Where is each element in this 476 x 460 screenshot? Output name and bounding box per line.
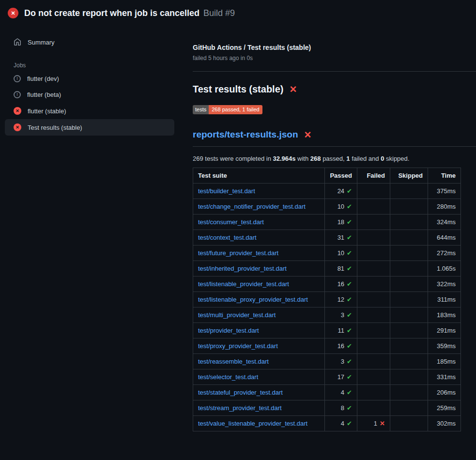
suite-link[interactable]: test/provider_test.dart	[198, 327, 259, 334]
suite-link[interactable]: test/listenable_proxy_provider_test.dart	[198, 296, 308, 303]
passed-count: 11	[338, 327, 345, 334]
skipped-cell	[390, 323, 428, 338]
suite-link[interactable]: test/stateful_provider_test.dart	[198, 389, 283, 396]
suite-link[interactable]: test/reassemble_test.dart	[198, 358, 269, 365]
passed-count: 4	[341, 389, 344, 396]
skipped-cell	[390, 261, 428, 276]
skipped-cell	[390, 338, 428, 354]
suite-cell: test/multi_provider_test.dart	[193, 307, 325, 323]
suite-cell: test/future_provider_test.dart	[193, 245, 325, 261]
table-row: test/stateful_provider_test.dart4✔206ms	[193, 385, 461, 400]
suite-link[interactable]: test/listenable_provider_test.dart	[198, 280, 289, 288]
pass-check-icon: ✔	[347, 265, 352, 272]
home-icon	[14, 38, 21, 46]
table-row: test/inherited_provider_test.dart81✔1.06…	[193, 261, 461, 276]
time-cell: 206ms	[428, 385, 461, 400]
pass-check-icon: ✔	[347, 249, 352, 257]
neutral-status-icon: !	[14, 91, 21, 98]
skipped-cell	[390, 385, 428, 400]
sidebar-summary-label: Summary	[28, 39, 55, 46]
passed-cell: 10✔	[325, 245, 357, 261]
skipped-cell	[390, 230, 428, 245]
passed-cell: 8✔	[325, 400, 357, 416]
sidebar-item-flutter-beta[interactable]: ! flutter (beta)	[5, 87, 174, 103]
suite-cell: test/consumer_test.dart	[193, 215, 325, 230]
suite-link[interactable]: test/future_provider_test.dart	[198, 249, 278, 257]
pass-check-icon: ✔	[347, 358, 352, 365]
tests-badge: tests 268 passed, 1 failed	[193, 105, 262, 114]
report-title-link[interactable]: reports/test-results.json ✕	[193, 129, 476, 140]
suite-cell: test/stream_provider_test.dart	[193, 400, 325, 416]
suite-link[interactable]: test/value_listenable_provider_test.dart	[198, 420, 307, 427]
summary-duration: 32.964s	[273, 155, 295, 162]
sidebar-item-test-results-stable[interactable]: ✕ Test results (stable)	[5, 119, 174, 136]
table-row: test/listenable_provider_test.dart16✔322…	[193, 276, 461, 292]
pass-check-icon: ✔	[347, 296, 352, 303]
passed-cell: 12✔	[325, 292, 357, 307]
table-row: test/value_listenable_provider_test.dart…	[193, 416, 461, 431]
passed-cell: 18✔	[325, 215, 357, 230]
table-header-row: Test suite Passed Failed Skipped Time	[193, 168, 461, 184]
sidebar-item-flutter-stable[interactable]: ✕ flutter (stable)	[5, 103, 174, 119]
failed-status-icon: ✕	[14, 123, 21, 131]
failed-cell	[357, 400, 390, 416]
table-row: test/multi_provider_test.dart3✔183ms	[193, 307, 461, 323]
pass-check-icon: ✔	[347, 311, 352, 319]
suite-link[interactable]: test/inherited_provider_test.dart	[198, 265, 287, 272]
summary-failed-count: 1	[346, 155, 350, 162]
failed-cell	[357, 245, 390, 261]
passed-cell: 16✔	[325, 276, 357, 292]
summary-passed-count: 268	[310, 155, 321, 162]
sidebar-item-flutter-dev[interactable]: ! flutter (dev)	[5, 71, 174, 87]
header-divider	[193, 71, 476, 72]
skipped-cell	[390, 307, 428, 323]
breadcrumb: GitHub Actions / Test results (stable)	[193, 44, 476, 51]
suite-link[interactable]: test/builder_test.dart	[198, 187, 255, 195]
time-cell: 1.065s	[428, 261, 461, 276]
skipped-cell	[390, 354, 428, 369]
pass-check-icon: ✔	[347, 280, 352, 288]
section-title-text: Test results (stable)	[193, 84, 283, 95]
time-cell: 359ms	[428, 338, 461, 354]
time-cell: 644ms	[428, 230, 461, 245]
passed-count: 16	[338, 280, 344, 288]
suite-cell: test/selector_test.dart	[193, 369, 325, 385]
suite-cell: test/value_listenable_provider_test.dart	[193, 416, 325, 431]
suite-link[interactable]: test/proxy_provider_test.dart	[198, 342, 278, 350]
suite-cell: test/listenable_provider_test.dart	[193, 276, 325, 292]
suite-link[interactable]: test/stream_provider_test.dart	[198, 404, 282, 412]
summary-part: skipped.	[384, 155, 409, 162]
failed-cell	[357, 215, 390, 230]
sidebar-item-summary[interactable]: Summary	[5, 34, 174, 50]
failed-cell	[357, 292, 390, 307]
summary-part: 269 tests were completed in	[193, 155, 273, 162]
skipped-cell	[390, 276, 428, 292]
suite-link[interactable]: test/selector_test.dart	[198, 373, 258, 381]
fail-x-icon: ✕	[380, 420, 385, 427]
suite-link[interactable]: test/consumer_test.dart	[198, 218, 264, 226]
suite-link[interactable]: test/multi_provider_test.dart	[198, 311, 276, 319]
run-title: Do not create report when job is cancell…	[24, 8, 200, 18]
suite-link[interactable]: test/change_notifier_provider_test.dart	[198, 203, 306, 210]
passed-count: 24	[338, 187, 344, 195]
failed-cell	[357, 385, 390, 400]
job-label: Test results (stable)	[28, 124, 82, 131]
time-cell: 311ms	[428, 292, 461, 307]
passed-count: 18	[338, 218, 344, 226]
pass-check-icon: ✔	[347, 327, 352, 334]
time-cell: 259ms	[428, 400, 461, 416]
passed-cell: 4✔	[325, 385, 357, 400]
time-cell: 291ms	[428, 323, 461, 338]
failed-cell	[357, 338, 390, 354]
table-row: test/provider_test.dart11✔291ms	[193, 323, 461, 338]
failed-cell	[357, 307, 390, 323]
report-fail-x-icon: ✕	[304, 130, 312, 139]
skipped-cell	[390, 199, 428, 215]
pass-check-icon: ✔	[347, 187, 352, 195]
failed-cell	[357, 261, 390, 276]
skipped-cell	[390, 369, 428, 385]
summary-part: passed,	[321, 155, 347, 162]
passed-count: 16	[338, 342, 344, 350]
table-row: test/future_provider_test.dart10✔272ms	[193, 245, 461, 261]
suite-link[interactable]: test/context_test.dart	[198, 234, 257, 241]
